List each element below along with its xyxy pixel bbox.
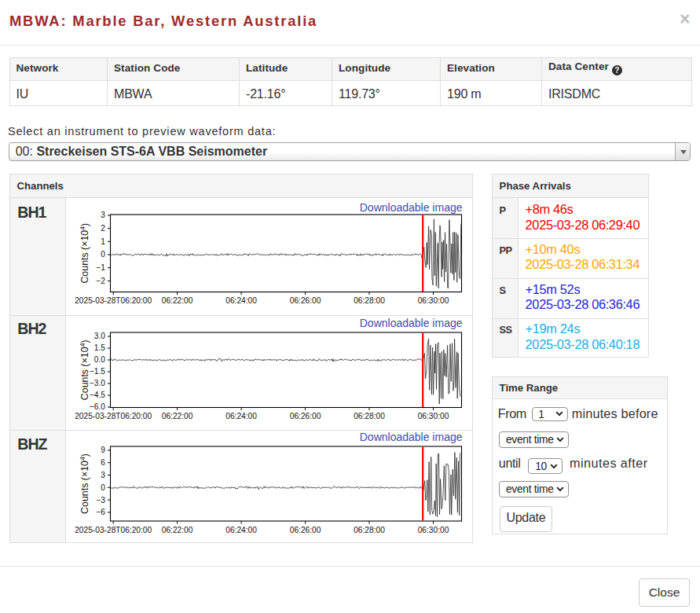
svg-text:06:28:00: 06:28:00 (354, 412, 385, 420)
svg-text:06:22:00: 06:22:00 (162, 412, 193, 420)
svg-text:06:30:00: 06:30:00 (418, 296, 449, 305)
svg-text:06:30:00: 06:30:00 (418, 412, 449, 420)
svg-text:−4.5: −4.5 (90, 391, 105, 399)
svg-text:2: 2 (101, 224, 105, 233)
svg-text:06:26:00: 06:26:00 (290, 296, 321, 305)
svg-text:3: 3 (101, 211, 105, 219)
svg-text:2025-03-28T06:20:00: 2025-03-28T06:20:00 (75, 526, 152, 534)
svg-text:06:26:00: 06:26:00 (290, 412, 321, 420)
svg-text:−1: −1 (96, 263, 105, 272)
svg-text:−1.5: −1.5 (90, 367, 105, 376)
svg-text:1: 1 (101, 237, 105, 246)
svg-text:Counts (×104): Counts (×104) (79, 340, 90, 400)
svg-text:3.0: 3.0 (94, 332, 105, 340)
svg-text:1.5: 1.5 (94, 343, 105, 352)
svg-text:2025-03-28T06:20:00: 2025-03-28T06:20:00 (75, 412, 152, 420)
svg-text:3: 3 (101, 471, 105, 479)
svg-text:06:22:00: 06:22:00 (162, 526, 193, 534)
svg-text:06:24:00: 06:24:00 (225, 526, 257, 534)
svg-text:06:26:00: 06:26:00 (290, 526, 321, 534)
svg-text:2025-03-28T06:20:00: 2025-03-28T06:20:00 (75, 296, 152, 305)
svg-text:06:24:00: 06:24:00 (225, 412, 257, 420)
svg-text:06:28:00: 06:28:00 (354, 296, 385, 305)
svg-text:6: 6 (101, 458, 105, 467)
svg-text:−2: −2 (96, 277, 105, 285)
svg-text:06:28:00: 06:28:00 (354, 526, 385, 534)
svg-text:−3.0: −3.0 (90, 379, 105, 387)
svg-text:9: 9 (101, 446, 105, 454)
svg-text:06:24:00: 06:24:00 (225, 296, 257, 305)
svg-text:0.0: 0.0 (94, 355, 105, 364)
svg-text:Counts (×104): Counts (×104) (79, 223, 90, 284)
svg-text:−3: −3 (96, 496, 105, 505)
svg-text:−6: −6 (96, 508, 105, 516)
svg-text:06:22:00: 06:22:00 (162, 296, 193, 305)
svg-text:06:30:00: 06:30:00 (418, 526, 449, 534)
svg-text:−6.0: −6.0 (90, 402, 105, 411)
svg-text:0: 0 (101, 483, 105, 492)
svg-text:0: 0 (101, 250, 105, 259)
svg-text:Counts (×104): Counts (×104) (79, 453, 90, 514)
